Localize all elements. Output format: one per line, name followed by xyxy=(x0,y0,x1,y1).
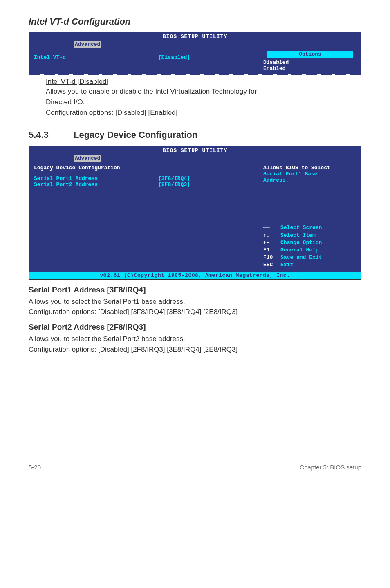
chapter-label: Chapter 5: BIOS setup xyxy=(300,464,361,471)
bios-setting-label: Serial Port2 Address xyxy=(34,182,148,188)
page-number: 5-20 xyxy=(29,464,41,471)
desc-text: Allows you to select the Serial Port1 ba… xyxy=(29,297,361,307)
key-help-text: Select Screen xyxy=(280,224,322,231)
section-number: 5.4.3 xyxy=(29,130,74,140)
esc-key: ESC xyxy=(263,261,280,269)
desc-text: Configuration options: [Disabled] [3F8/I… xyxy=(29,307,361,317)
option-enabled[interactable]: Enabled xyxy=(263,65,357,72)
desc-text: Allows you to select the Serial Port2 ba… xyxy=(29,334,361,344)
bios-panel-legacy: BIOS SETUP UTILITY Advanced Legacy Devic… xyxy=(29,146,361,279)
bios-key-help: ←→Select Screen ↑↓Select Item +-Change O… xyxy=(263,224,357,269)
bios-footer: v02.61 (C)Copyright 1985-2008, American … xyxy=(29,272,361,279)
bios-left-panel: Legacy Device Configuration Serial Port1… xyxy=(29,162,259,271)
section-title: Legacy Device Configuration xyxy=(74,130,197,140)
bios-setting-row[interactable]: Intel VT-d [Disabled] xyxy=(34,54,254,61)
desc-text: Configuration options: [Disabled] [2F8/I… xyxy=(29,345,361,355)
bios-panel-vtd: BIOS SETUP UTILITY Advanced Intel VT-d [… xyxy=(29,32,361,74)
bios-tab-row: Advanced xyxy=(29,155,361,162)
bios-setting-value: [Disabled] xyxy=(158,54,190,61)
f1-key: F1 xyxy=(263,247,280,254)
desc-text: Directed I/O. xyxy=(46,97,361,107)
bios-setting-row[interactable]: Serial Port1 Address [3F8/IRQ4] xyxy=(34,175,254,182)
subitem-title: Intel VT-d [Disabled] xyxy=(46,78,361,86)
help-text: Allows BIOS to Select xyxy=(263,165,357,171)
bios-title: BIOS SETUP UTILITY xyxy=(29,32,361,41)
bios-right-panel: Options Disabled Enabled xyxy=(259,48,361,74)
help-text: Address. xyxy=(263,177,357,183)
bios-setting-label: Intel VT-d xyxy=(34,54,148,61)
bios-tab-advanced[interactable]: Advanced xyxy=(74,155,101,162)
panel-subtitle: Legacy Device Configuration xyxy=(34,165,254,173)
key-help-text: Save and Exit xyxy=(280,254,322,260)
key-help-text: Exit xyxy=(280,262,293,268)
subsection-heading: Serial Port1 Address [3F8/IRQ4] xyxy=(29,285,361,294)
bios-setting-value: [3F8/IRQ4] xyxy=(158,175,190,182)
plusminus-icon: +- xyxy=(263,239,280,247)
bios-title: BIOS SETUP UTILITY xyxy=(29,146,361,155)
option-disabled[interactable]: Disabled xyxy=(263,59,357,65)
page-footer: 5-20 Chapter 5: BIOS setup xyxy=(29,461,361,471)
subsection-heading: Serial Port2 Address [2F8/IRQ3] xyxy=(29,323,361,332)
options-heading: Options xyxy=(267,51,353,58)
torn-edge xyxy=(29,74,361,75)
arrow-ud-icon: ↑↓ xyxy=(263,232,280,239)
bios-setting-row[interactable]: Serial Port2 Address [2F8/IRQ3] xyxy=(34,182,254,188)
key-help-text: General Help xyxy=(280,247,319,253)
bios-setting-value: [2F8/IRQ3] xyxy=(158,182,190,188)
bios-right-panel: Allows BIOS to Select Serial Port1 Base … xyxy=(259,162,361,271)
desc-text: Configuration options: [Disabled] [Enabl… xyxy=(46,108,361,118)
section-heading-vtd: Intel VT-d Configuration xyxy=(29,16,361,27)
desc-text: Allows you to enable or disable the Inte… xyxy=(46,87,361,97)
bios-left-panel: Intel VT-d [Disabled] xyxy=(29,48,259,74)
f10-key: F10 xyxy=(263,254,280,261)
help-text: Serial Port1 Base xyxy=(263,171,357,177)
bios-tab-advanced[interactable]: Advanced xyxy=(74,41,101,48)
bios-tab-row: Advanced xyxy=(29,41,361,48)
key-help-text: Select Item xyxy=(280,232,316,238)
arrow-lr-icon: ←→ xyxy=(263,224,280,231)
key-help-text: Change Option xyxy=(280,240,322,246)
bios-setting-label: Serial Port1 Address xyxy=(34,175,148,182)
section-heading-legacy: 5.4.3Legacy Device Configuration xyxy=(29,130,361,140)
